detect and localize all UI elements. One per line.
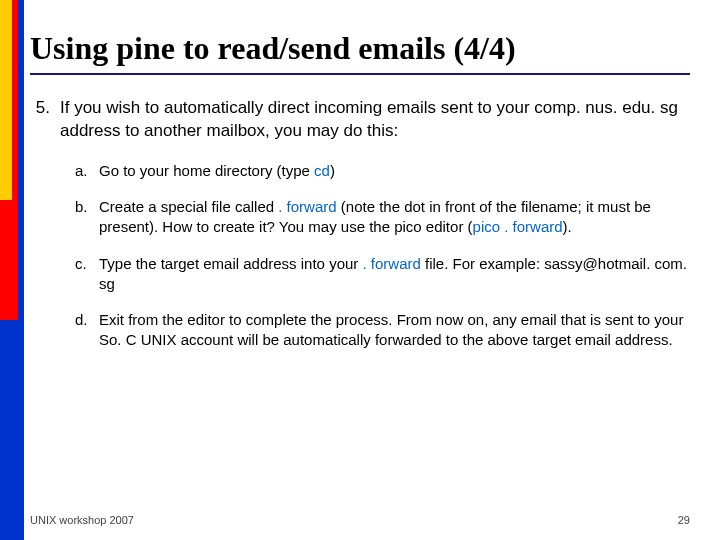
sub-text: Type the target email address into your … [99,254,690,295]
command-pico-forward: pico . forward [473,218,563,235]
footer-text: UNIX workshop 2007 [30,514,134,526]
sub-item-c: c. Type the target email address into yo… [75,254,690,295]
slide-content: Using pine to read/send emails (4/4) 5. … [30,30,690,510]
sub-item-b: b. Create a special file called . forwar… [75,197,690,238]
list-number: 5. [30,97,60,143]
sub-text: Exit from the editor to complete the pro… [99,310,690,351]
slide-number: 29 [678,514,690,526]
sub-letter: b. [75,197,99,238]
sub-letter: d. [75,310,99,351]
decor-stripe-yellow [0,0,12,200]
filename-forward: . forward [278,198,336,215]
slide-footer: UNIX workshop 2007 29 [30,514,690,526]
sub-item-a: a. Go to your home directory (type cd) [75,161,690,181]
filename-forward: . forward [362,255,420,272]
list-item-5: 5. If you wish to automatically direct i… [30,97,690,143]
sub-list: a. Go to your home directory (type cd) b… [75,161,690,351]
list-text: If you wish to automatically direct inco… [60,97,690,143]
command-cd: cd [314,162,330,179]
sub-letter: a. [75,161,99,181]
sub-text: Create a special file called . forward (… [99,197,690,238]
sub-letter: c. [75,254,99,295]
sub-item-d: d. Exit from the editor to complete the … [75,310,690,351]
slide-title: Using pine to read/send emails (4/4) [30,30,690,75]
sub-text: Go to your home directory (type cd) [99,161,690,181]
